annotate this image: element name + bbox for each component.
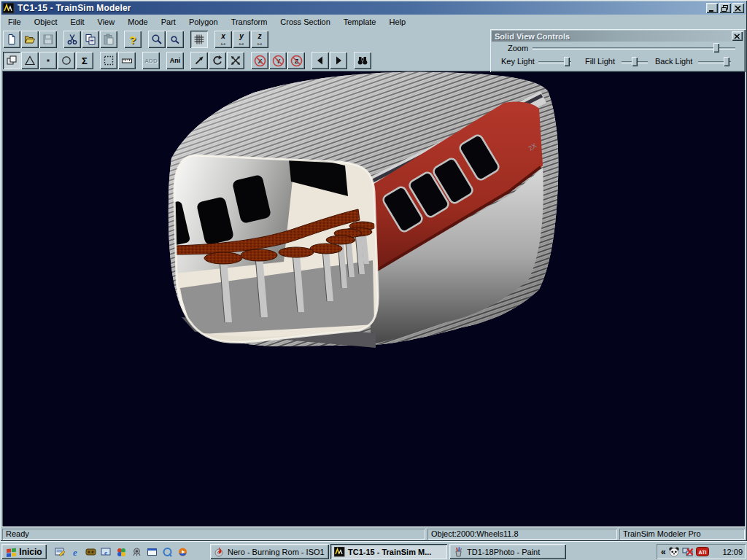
ati-display-icon[interactable]: ATI [696, 547, 709, 556]
solid-view-controls-titlebar[interactable]: Solid View Controls [492, 31, 744, 42]
quicklaunch-webcam-robot[interactable] [129, 545, 144, 559]
cut-button[interactable] [63, 31, 81, 48]
quicklaunch-window[interactable] [144, 545, 159, 559]
rotate-icon [212, 55, 223, 66]
find-button[interactable] [354, 52, 371, 69]
outlook-express-icon: e [101, 547, 112, 557]
add-point-icon: ADD [144, 58, 157, 64]
lock-z-button[interactable]: Z [287, 52, 305, 69]
toolbar-standard: ? x ↔ [3, 29, 268, 50]
copy-button[interactable] [82, 31, 99, 48]
app-window: TC1-15 - TrainSim Modeler File Object Ed… [0, 0, 747, 541]
scale-button[interactable] [227, 52, 244, 69]
paste-button[interactable] [100, 31, 117, 48]
window-title: TC1-15 - TrainSim Modeler [18, 3, 131, 13]
animation-button[interactable]: Ani [166, 52, 184, 69]
fill-light-slider-thumb[interactable] [632, 57, 638, 66]
close-icon [734, 34, 740, 39]
quicklaunch-internet-explorer[interactable]: e [68, 545, 82, 559]
cut-scissors-icon [66, 34, 78, 45]
previous-button[interactable] [311, 52, 329, 69]
restore-button[interactable] [719, 3, 731, 13]
zoom-out-button[interactable] [166, 31, 184, 48]
task-trainsim[interactable]: TC1-15 - TrainSim M... [330, 544, 447, 559]
z-axis-button[interactable]: z ↔ [251, 31, 268, 48]
measure-button[interactable] [118, 52, 136, 69]
menu-file[interactable]: File [1, 16, 28, 28]
quicklaunch-media-cassette[interactable] [83, 545, 98, 559]
start-label: Inicio [19, 547, 42, 557]
open-button[interactable] [21, 31, 39, 48]
create-point-button[interactable] [39, 52, 57, 69]
start-button[interactable]: Inicio [1, 544, 47, 559]
create-triangle-button[interactable] [21, 52, 39, 69]
help-button[interactable]: ? [124, 31, 142, 48]
menu-polygon[interactable]: Polygon [182, 16, 225, 28]
back-light-slider-thumb[interactable] [724, 57, 729, 66]
grid-button[interactable] [190, 31, 208, 48]
media-cassette-icon [85, 547, 96, 557]
panel-close-button[interactable] [732, 31, 743, 41]
minimize-button[interactable] [706, 3, 718, 13]
toolbar-separator [142, 31, 147, 48]
y-axis-icon: y ↔ [238, 33, 246, 47]
zoom-in-button[interactable] [148, 31, 166, 48]
menu-edit[interactable]: Edit [64, 16, 91, 28]
y-axis-button[interactable]: y ↔ [233, 31, 250, 48]
quicklaunch-quicktime[interactable] [160, 545, 174, 559]
title-bar[interactable]: TC1-15 - TrainSim Modeler [1, 1, 746, 15]
taskbar: Inicio e e [0, 541, 747, 560]
lock-x-button[interactable]: X [251, 52, 268, 69]
svg-text:e: e [73, 547, 77, 557]
new-button[interactable] [3, 31, 20, 48]
create-spline-button[interactable]: Σ [76, 52, 93, 69]
menu-cross-section[interactable]: Cross Section [274, 16, 336, 28]
lock-y-button[interactable]: Y [269, 52, 287, 69]
toolbar-modeling: Σ ADD Ani [3, 50, 371, 71]
menu-help[interactable]: Help [382, 16, 412, 28]
quicklaunch-media-player[interactable] [175, 545, 190, 559]
status-appname-panel: TrainSim Modeler Pro [619, 529, 745, 540]
zoom-slider-label: Zoom [508, 44, 528, 52]
grid-icon [193, 34, 205, 45]
quicklaunch-outlook-express[interactable]: e [98, 545, 113, 559]
rotate-button[interactable] [209, 52, 226, 69]
save-button[interactable] [39, 31, 57, 48]
zoom-slider-thumb[interactable] [713, 43, 719, 52]
triangle-icon [24, 55, 36, 66]
close-button[interactable] [732, 3, 744, 13]
system-tray: « ATI 12:09 [657, 544, 746, 559]
menu-view[interactable]: View [91, 16, 122, 28]
menu-part[interactable]: Part [155, 16, 182, 28]
quicklaunch-show-desktop[interactable] [53, 545, 67, 559]
copy-pages-icon [85, 34, 96, 45]
panel-title: Solid View Controls [495, 32, 570, 41]
task-nero[interactable]: Nero - Burning Rom - ISO1 [210, 544, 329, 559]
next-button[interactable] [330, 52, 347, 69]
help-icon: ? [129, 34, 136, 45]
3d-viewport[interactable]: 2X [2, 71, 745, 526]
create-circle-button[interactable] [58, 52, 75, 69]
zoom-slider-track[interactable] [533, 47, 735, 50]
menu-transform[interactable]: Transform [225, 16, 274, 28]
trainsim-logo-icon [334, 547, 345, 557]
select-region-button[interactable] [100, 52, 117, 69]
task-paint[interactable]: TD1-18Photo - Paint [449, 544, 566, 559]
x-axis-icon: x ↔ [220, 33, 228, 47]
menu-object[interactable]: Object [28, 16, 64, 28]
quicklaunch-msn[interactable] [114, 545, 128, 559]
select-object-button[interactable] [3, 52, 20, 69]
key-light-slider-thumb[interactable] [564, 57, 570, 66]
animation-icon: Ani [170, 57, 181, 64]
panda-antivirus-icon[interactable] [668, 546, 680, 557]
tray-clock: 12:09 [722, 548, 743, 556]
menu-template[interactable]: Template [337, 16, 383, 28]
paste-clipboard-icon [103, 34, 115, 45]
menu-mode[interactable]: Mode [121, 16, 155, 28]
move-button[interactable] [190, 52, 208, 69]
previous-icon [314, 55, 326, 66]
x-axis-button[interactable]: x ↔ [214, 31, 232, 48]
tray-chevron[interactable]: « [661, 547, 666, 557]
network-disconnected-icon[interactable] [682, 546, 694, 557]
add-point-button[interactable]: ADD [142, 52, 160, 69]
